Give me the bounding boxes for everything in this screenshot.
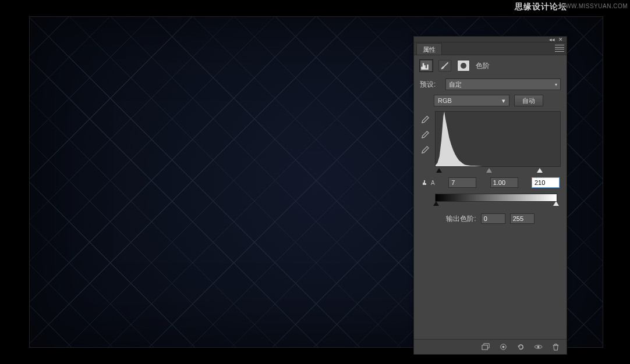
input-black-field[interactable] xyxy=(448,177,476,188)
tab-properties[interactable]: 属性 xyxy=(416,43,442,55)
input-shadow-slider[interactable] xyxy=(436,168,442,173)
panel-body: 色阶 预设: 自定 ▾ RGB ▾ 自动 xyxy=(414,55,567,339)
view-previous-icon[interactable] xyxy=(498,342,508,352)
eyedropper-group xyxy=(420,111,431,167)
input-gamma-field[interactable] xyxy=(490,177,518,188)
chevron-down-icon: ▾ xyxy=(502,97,505,105)
output-gradient xyxy=(435,194,557,202)
svg-rect-0 xyxy=(482,345,487,350)
panel-menu-icon[interactable] xyxy=(555,45,564,52)
svg-point-3 xyxy=(537,346,539,348)
input-white-field[interactable] xyxy=(532,177,560,188)
output-levels-label: 输出色阶: xyxy=(446,214,476,224)
watermark-en: WWW.MISSYUAN.COM xyxy=(560,3,628,9)
levels-auto-icon: A xyxy=(422,180,435,186)
preset-value: 自定 xyxy=(449,80,462,89)
output-white-slider[interactable] xyxy=(553,201,559,206)
input-midtone-slider[interactable] xyxy=(486,168,492,173)
adjustment-type-label: 色阶 xyxy=(476,61,490,71)
channel-select[interactable]: RGB ▾ xyxy=(434,95,509,106)
chevron-down-icon: ▾ xyxy=(555,82,557,87)
panel-tabbar: 属性 xyxy=(414,42,567,55)
preset-label: 预设: xyxy=(420,80,442,90)
output-slider-track[interactable] xyxy=(435,203,557,209)
panel-controls: ◂◂ ✕ xyxy=(414,37,567,42)
preset-select[interactable]: 自定 ▾ xyxy=(445,78,561,90)
output-black-field[interactable] xyxy=(481,213,505,224)
mask-icon[interactable] xyxy=(457,60,470,72)
clip-to-layer-icon[interactable] xyxy=(480,342,491,352)
svg-point-2 xyxy=(502,346,504,348)
panel-footer xyxy=(414,339,567,354)
brush-icon[interactable] xyxy=(438,60,451,72)
reset-icon[interactable] xyxy=(515,342,526,352)
output-white-field[interactable] xyxy=(510,213,535,224)
properties-panel: ◂◂ ✕ 属性 色阶 预设: 自定 ▾ RGB ▾ xyxy=(413,36,567,355)
visibility-icon[interactable] xyxy=(533,342,543,352)
levels-icon[interactable] xyxy=(420,60,433,72)
close-icon[interactable]: ✕ xyxy=(558,37,563,42)
trash-icon[interactable] xyxy=(550,342,561,352)
input-slider-track[interactable] xyxy=(435,169,560,176)
output-black-slider[interactable] xyxy=(433,201,439,206)
channel-value: RGB xyxy=(438,97,452,104)
eyedropper-gray-icon[interactable] xyxy=(420,130,430,140)
eyedropper-black-icon[interactable] xyxy=(420,115,430,125)
auto-button[interactable]: 自动 xyxy=(514,95,543,106)
collapse-icon[interactable]: ◂◂ xyxy=(549,37,555,42)
histogram xyxy=(435,111,561,167)
input-highlight-slider[interactable] xyxy=(537,168,543,173)
eyedropper-white-icon[interactable] xyxy=(420,145,430,155)
